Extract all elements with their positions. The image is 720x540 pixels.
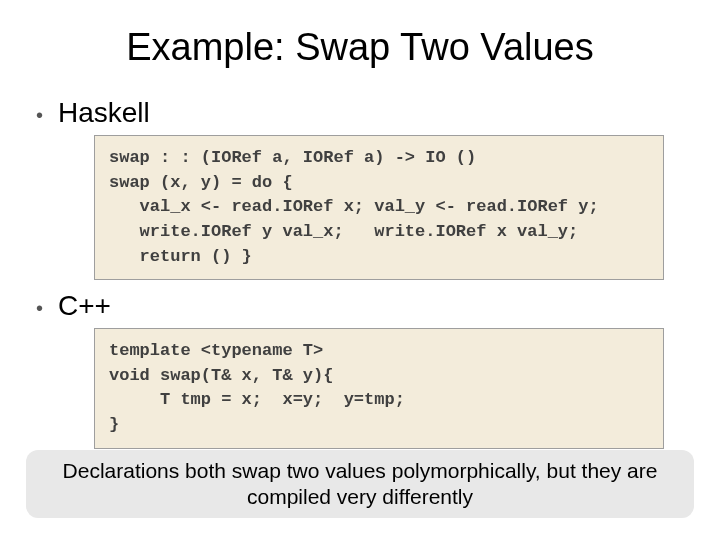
caption-text: Declarations both swap two values polymo… [63, 459, 658, 508]
code-block-haskell: swap : : (IORef a, IORef a) -> IO () swa… [94, 135, 664, 280]
bullet-haskell-label: Haskell [58, 97, 150, 128]
bullet-dot-icon: • [36, 105, 58, 125]
page-title: Example: Swap Two Values [30, 26, 690, 69]
bullet-cpp: •C++ [30, 290, 690, 322]
bullet-dot-icon: • [36, 298, 58, 318]
caption-box: Declarations both swap two values polymo… [26, 450, 694, 519]
bullet-haskell: •Haskell [30, 97, 690, 129]
code-block-cpp: template <typename T> void swap(T& x, T&… [94, 328, 664, 449]
bullet-cpp-label: C++ [58, 290, 111, 321]
slide: Example: Swap Two Values •Haskell swap :… [0, 0, 720, 540]
